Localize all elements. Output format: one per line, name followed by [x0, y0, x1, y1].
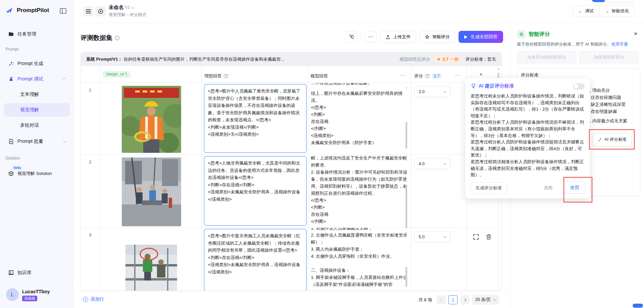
- sidebar-item-label: Prompt 调试: [17, 76, 43, 82]
- star-doc-icon: [8, 138, 14, 144]
- cell-scrollbar[interactable]: [406, 267, 407, 287]
- model-answer-cell-2[interactable]: 帽，上述情况均违反了安全生产中关于佩戴安全帽的要求。 2. 设备操作情况分析：图…: [311, 155, 408, 226]
- bottom-bar: + 添加行 共 8 项 1 20 条/页: [74, 291, 510, 308]
- sidebar-item-prompt-debug[interactable]: Prompt 调试: [4, 72, 70, 86]
- sidebar-item-knowledge[interactable]: 知识库: [4, 266, 70, 280]
- column-divider: [99, 66, 100, 291]
- sidebar-divider: [0, 282, 74, 283]
- current-page[interactable]: 1: [448, 295, 458, 304]
- scroll-up-icon[interactable]: ▲: [497, 67, 500, 70]
- score-more-icon[interactable]: ···: [455, 72, 461, 78]
- criteria-text-fragment: ，理由充分: [588, 87, 610, 94]
- page-size-select[interactable]: 20 条/页: [472, 295, 499, 305]
- scroll-down-icon[interactable]: ▼: [405, 222, 408, 225]
- manual-link[interactable]: 使用手册: [611, 42, 628, 47]
- system-prompt-bar[interactable]: 系统 Prompt/V1： 你的任务是根据生产车间的图片，判断生产车间是否存在违…: [81, 52, 501, 66]
- collapse-sidebar-icon[interactable]: [60, 8, 66, 14]
- smart-score-button[interactable]: 智能评分: [419, 31, 455, 43]
- page-title: 评测数据集: [80, 34, 120, 42]
- debug-button[interactable]: ← 调试: [573, 6, 599, 16]
- model-answer-more-icon[interactable]: ···: [400, 72, 406, 78]
- add-row-label: 添加行: [91, 296, 104, 302]
- scroll-up-icon[interactable]: ▲: [405, 231, 408, 234]
- cell-scrollbar[interactable]: [406, 122, 407, 149]
- model-answer-cell-1[interactable]: …不存在违规操作设备的迹象。综上，图片中存在未佩戴必要安全防护用具的情况。 </…: [311, 83, 408, 153]
- optimize-label: 智能优化: [611, 8, 629, 14]
- next-page-button[interactable]: [460, 295, 469, 304]
- scroll-up-icon[interactable]: ▲: [405, 86, 408, 89]
- criteria-label: 评分标准:: [521, 72, 540, 78]
- total-score-label: 模型回答总评分: [399, 56, 430, 62]
- folder-icon: [8, 31, 14, 37]
- close-icon[interactable]: ×: [634, 30, 637, 37]
- ideal-answer-cell-2[interactable]: <思考>人物没有佩戴安全帽，尤其是中间的和左边的任务。且设备的使用方式非常危险，…: [204, 156, 307, 226]
- sidebar-section-solution: Solution: [5, 156, 20, 161]
- row-number: 2: [81, 160, 99, 165]
- new-version-button[interactable]: [95, 6, 106, 16]
- upload-file-button[interactable]: 上传文件: [380, 31, 416, 43]
- sidebar-section-prompt: Prompt: [5, 47, 18, 52]
- menu-button[interactable]: [83, 6, 94, 16]
- row-divider: [81, 155, 499, 155]
- sidebar-item-visual-solution[interactable]: 视觉理解 Solution: [4, 167, 70, 180]
- sidebar-item-label: Prompt 生成: [17, 61, 43, 67]
- total-score-area: 模型回答总评分 ★ 3.7 一般 评分标准：暂无: [399, 52, 496, 66]
- ai-suggestion-toggle[interactable]: [573, 83, 585, 89]
- total-score-badge: ★ 3.7 一般: [434, 56, 462, 63]
- header-divider: [81, 82, 499, 83]
- panel-title: 智能评分: [529, 31, 550, 38]
- sidebar-item-text-understanding[interactable]: 文本理解: [4, 88, 70, 101]
- delete-row-icon[interactable]: [485, 234, 492, 240]
- scroll-up-icon[interactable]: ▲: [405, 158, 408, 161]
- use-suggestion-button[interactable]: 使用: [564, 181, 585, 194]
- column-divider: [202, 66, 202, 291]
- row-image-1[interactable]: [122, 86, 181, 153]
- app-title: PromptPilot: [17, 7, 49, 14]
- ideal-answer-cell-3[interactable]: <思考>图片中显示有施工人员未佩戴安全帽（红色圈注区域的工人未佩戴安全帽）；传绿…: [204, 229, 307, 291]
- generate-criteria-button[interactable]: 生成评分标准: [471, 182, 507, 194]
- sidebar-item-prompt-gen[interactable]: Prompt 生成: [4, 57, 70, 70]
- sidebar-item-visual-understanding[interactable]: 视觉理解: [4, 103, 70, 117]
- hide-columns-button[interactable]: [345, 31, 358, 43]
- version-selector[interactable]: V1: [125, 5, 134, 10]
- user-account[interactable]: L LucasTTboy 高级版: [6, 288, 50, 301]
- ai-criteria-button[interactable]: AI 评分标准: [593, 133, 632, 146]
- column-model-answer[interactable]: 模型回答: [311, 73, 328, 79]
- more-actions-button[interactable]: ···: [365, 31, 377, 43]
- system-prompt-text: 你的任务是根据生产车间的图片，判断生产车间是否存在违规操作设备和未佩戴安...: [124, 56, 284, 62]
- panel-description: 基于你对模型回答的评分标准，用于 AI 智能评分。使用手册: [517, 42, 638, 47]
- sidebar-item-tasks[interactable]: 任务管理: [4, 27, 70, 41]
- optimize-button[interactable]: → 智能优化: [599, 6, 634, 16]
- add-column-button[interactable]: +: [479, 71, 483, 78]
- chevron-down-icon: [63, 139, 66, 143]
- score-all-button[interactable]: 为所有回答评分: [579, 51, 639, 63]
- chevron-down-icon: [131, 5, 135, 9]
- column-ideal-answer[interactable]: 理想回答: [204, 73, 228, 79]
- score-select-3[interactable]: 5.0: [414, 231, 450, 242]
- chevron-left-icon: [440, 298, 443, 302]
- row-image-3[interactable]: [125, 245, 177, 291]
- column-image-url[interactable]: image_url: [103, 71, 130, 78]
- corner-scrollbar[interactable]: [633, 304, 643, 308]
- sidebar-item-prompt-batch[interactable]: Prompt 批量: [4, 135, 70, 148]
- prev-page-button[interactable]: [437, 295, 446, 304]
- close-suggestion-button[interactable]: 关闭: [544, 185, 552, 191]
- expand-row-icon[interactable]: [473, 234, 479, 240]
- user-name: LucasTTboy: [22, 289, 50, 294]
- column-score[interactable]: 评分 3.7: [414, 73, 441, 79]
- model-answer-cell-3[interactable]: 1. 右侧作业人员未佩戴安全帽；2. 左侧作业人员佩戴普通鸭舌帽（非安全标准安全…: [311, 228, 408, 291]
- upload-icon: [385, 35, 390, 40]
- system-prompt-label: 系统 Prompt/V1：: [86, 56, 122, 62]
- toolbar-divider: [361, 34, 361, 40]
- score-select-1[interactable]: 2.0: [414, 86, 450, 97]
- row-image-2[interactable]: [122, 158, 181, 226]
- score-unscored-button[interactable]: 为未评分的回答评分: [517, 51, 576, 63]
- row-divider: [81, 227, 499, 228]
- add-row-button[interactable]: + 添加行: [83, 296, 104, 302]
- dataset-table-card: 系统 Prompt/V1： 你的任务是根据生产车间的图片，判断生产车间是否存在违…: [80, 52, 502, 291]
- score-select-2[interactable]: 4.0: [414, 158, 450, 169]
- ideal-answer-cell-1[interactable]: <思考>图片中人员佩戴了黄色安全帽，且穿戴了安全防护背心（含安全带类装备）；同时…: [204, 84, 307, 153]
- sidebar-item-multi-turn[interactable]: 多轮对话: [4, 119, 70, 132]
- ai-criteria-label: AI 评分标准: [604, 137, 626, 142]
- generate-all-button[interactable]: 生成全部回答: [459, 31, 503, 43]
